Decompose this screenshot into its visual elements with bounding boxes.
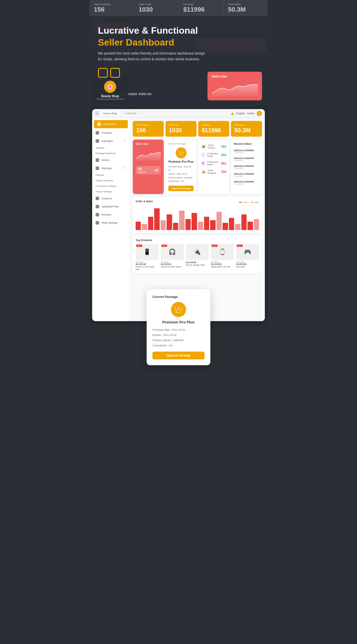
sidebar-item-reviews[interactable]: Reviews (92, 211, 130, 219)
product-price-5: $1,215.00 (236, 263, 259, 265)
sidebar-label-coupons: Coupons (101, 197, 112, 200)
packages-icon (96, 139, 99, 143)
modal-purchase-date: Purchase Date : 2021-03-02 (152, 327, 205, 332)
icon-box-1 (98, 68, 108, 78)
sidebar-item-shop-settings[interactable]: Shop Settings (92, 219, 130, 227)
order-processed-count: 211 (221, 162, 226, 165)
shop-email: info.beautyshop@mail.com (96, 98, 124, 100)
product-thumb-1: 📱 HOT (136, 244, 159, 260)
product-item-1: 📱 HOT $1,350.00 $1,215.00 Phone 12 pro P… (136, 244, 159, 271)
browser-tab-main[interactable]: Innme Shop (100, 111, 121, 116)
upgrade-package-button[interactable]: Upgrade Package (168, 186, 194, 191)
product-item-3: 🔌 $1,215.00 iPhone charger white (186, 244, 209, 271)
product-item-5: 🎮 HOT $1,350.00 $1,215.00 Xbox 360 (236, 244, 259, 271)
notification-icon[interactable]: 🔔 (231, 112, 234, 115)
browser-actions: 🔔 English Admin A (231, 111, 262, 116)
product-price-3: $1,215.00 (186, 261, 209, 264)
shop-settings-icon (96, 221, 99, 225)
coupon-count: 55 Coupons 🎟 (136, 166, 161, 174)
user-label: Admin (247, 112, 254, 115)
reviews-icon (96, 213, 99, 216)
hero-description: We present the most seller-friendly and … (98, 51, 208, 62)
sidebar-item-packages[interactable]: Packages ▼ (92, 137, 130, 145)
product-name-3: iPhone charger white (186, 264, 209, 266)
bar-0 (136, 222, 141, 230)
order-confirmed-count: 350 (221, 153, 226, 157)
order-date-4: 10/10/2020 (234, 175, 254, 177)
product-emoji-4: ⌚ (219, 248, 226, 255)
product-thumb-3: 🔌 (186, 244, 209, 260)
sidebar-item-payout-requests[interactable]: Payout Requests (92, 178, 130, 183)
hero-title-line1: Lucrative & Functional (98, 25, 259, 36)
hero-sales-stat-title: Sales Stat (212, 75, 258, 78)
product-name-1: Phone 12 pro Pacific Blue (136, 265, 159, 271)
sidebar-label-orders: Orders (101, 159, 110, 162)
bar-8 (185, 219, 191, 230)
sidebar-item-uploaded-files[interactable]: Uploaded Files (92, 202, 130, 211)
earnings-icon (96, 167, 99, 170)
modal-upgrade-button[interactable]: Upgrade Package (152, 352, 205, 359)
bar-13 (216, 212, 222, 230)
modal-title: Current Package (152, 295, 205, 299)
recent-order-5: 20201213-10034564 10/10/2020 (234, 179, 259, 187)
order-processed-icon: ⚙ (201, 161, 205, 166)
hero-stat-orders: Total Order 1030 (134, 0, 178, 16)
stat-card-sales-value: 50.3M (234, 127, 258, 134)
sales-stat-widget: Sales Stat 55 (133, 140, 164, 194)
browser-bar: ☰ Innme Shop + Add New 🔔 English Admin A (92, 109, 265, 118)
product-name-5: Xbox 360 (236, 265, 259, 268)
stat-card-earnings-label: Earnings (202, 124, 226, 126)
bar-2 (148, 217, 153, 230)
sidebar-item-products[interactable]: Products (92, 129, 130, 137)
user-avatar[interactable]: A (257, 111, 262, 116)
sidebar-item-payout-settings[interactable]: Payout Settings (92, 189, 130, 194)
stat-card-products-label: Total Products (136, 124, 160, 126)
stat-card-products-value: 156 (136, 127, 160, 134)
order-processed-label: Processed Order (207, 161, 221, 166)
hero-stat-sales-value: 50.3M (228, 6, 263, 13)
sidebar-item-orders[interactable]: Orders (92, 156, 130, 164)
browser-new-tab[interactable]: + Add New (122, 111, 139, 116)
hero-stat-products-label: Total Products (94, 3, 129, 6)
product-thumb-4: ⌚ HOT (211, 244, 234, 260)
stat-card-orders-value: 1030 (169, 127, 193, 134)
order-id-1: 20201213-10034564 (234, 149, 254, 152)
products-icon (96, 131, 99, 135)
products-row: 📱 HOT $1,350.00 $1,215.00 Phone 12 pro P… (136, 244, 259, 271)
sidebar-item-coupons[interactable]: Coupons (92, 194, 130, 202)
order-confirmed-label: Confirmed Order (207, 152, 221, 158)
sidebar-item-upgrade[interactable]: Upgrade (92, 145, 130, 151)
middle-grid: Sales Stat 55 (133, 140, 262, 194)
sidebar-item-payouts[interactable]: Payouts (92, 172, 130, 178)
hero-title-line2: Seller Dashboard (98, 37, 259, 48)
coupons-icon (96, 197, 99, 200)
icon-box-2 (110, 68, 120, 78)
modal-expires: Expires : 2021-03-02 (152, 332, 205, 338)
order-placed-count: 380 (221, 145, 226, 148)
order-confirmed-icon: ✓ (201, 152, 205, 158)
stat-card-sales-label: Total Sales (234, 124, 258, 126)
bar-14 (223, 223, 228, 230)
bar-17 (241, 214, 247, 230)
sidebar-item-earnings[interactable]: Earnings ▼ (92, 164, 130, 172)
modal-commission: Commission : 5% (152, 343, 205, 348)
sidebar-item-dashboard[interactable]: Dashboard (94, 120, 128, 128)
sidebar-item-commission-history[interactable]: Commission History (92, 183, 130, 189)
coupon-sublabel: Coupons (138, 171, 146, 173)
product-emoji-1: 📱 (143, 248, 151, 255)
order-placed-icon: 📦 (201, 144, 206, 149)
product-thumb-5: 🎮 HOT (236, 244, 259, 260)
package-commission: Commission : 5% (168, 180, 194, 183)
bar-11 (204, 217, 209, 230)
sidebar-label-shop-settings: Shop Settings (101, 221, 118, 224)
sidebar-item-package-payments[interactable]: Package Payments (92, 151, 130, 156)
bar-5 (167, 214, 172, 230)
modal-package-name: Premium Pro Plus (152, 320, 205, 324)
product-thumb-2: 🎧 HOT (161, 244, 184, 260)
modal-package-details: Purchase Date : 2021-03-02 Expires : 202… (152, 327, 205, 348)
order-stat-shipped: 🚚 Order Shipped 256 (201, 168, 226, 176)
language-selector[interactable]: English (236, 112, 245, 115)
top-products-title: Top Products (136, 239, 259, 242)
hero-stat-products: Total Products 156 (89, 0, 134, 16)
bar-18 (247, 222, 253, 230)
